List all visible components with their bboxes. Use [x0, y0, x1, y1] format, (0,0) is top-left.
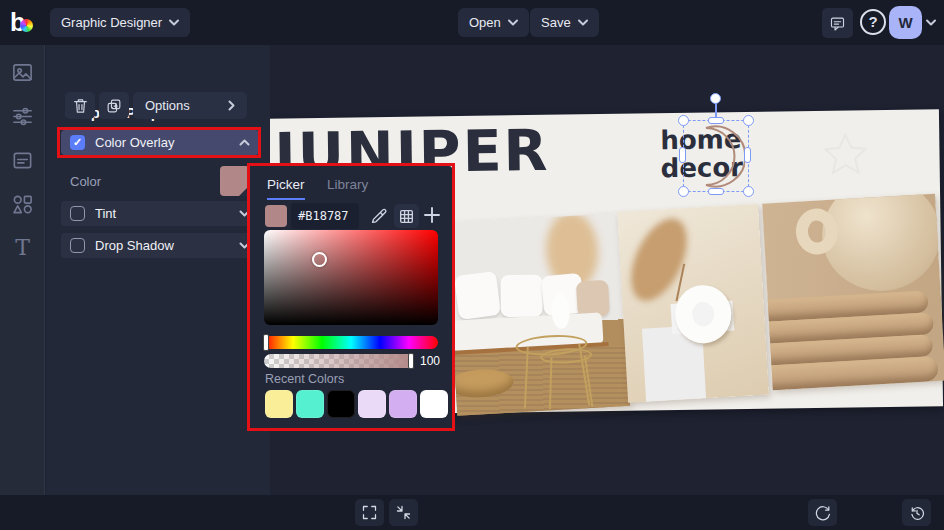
app-menu-label: Graphic Designer [61, 15, 162, 30]
chat-icon [829, 15, 846, 32]
refresh-icon [815, 505, 831, 521]
trash-icon [73, 98, 88, 114]
canvas-photo-sofa[interactable] [446, 213, 630, 416]
chevron-down-icon [578, 19, 588, 26]
selection-handle-n[interactable] [708, 117, 724, 124]
opacity-gradient [264, 354, 414, 368]
canvas-photo-ceramics[interactable] [762, 194, 944, 391]
image-icon [11, 61, 34, 84]
rotation-handle[interactable] [710, 93, 721, 104]
help-button[interactable]: ? [860, 9, 886, 35]
app-logo-icon[interactable]: b [10, 7, 40, 37]
recent-color-swatch[interactable] [296, 390, 324, 418]
avatar-initial: W [898, 14, 912, 31]
text-icon: T [15, 235, 30, 260]
color-overlay-label: Color Overlay [95, 135, 229, 150]
shapes-icon [11, 193, 34, 216]
drop-shadow-row[interactable]: Drop Shadow [61, 233, 259, 258]
color-row-label: Color [70, 174, 210, 189]
recent-color-swatch[interactable] [327, 390, 355, 418]
star-shape[interactable] [821, 130, 870, 179]
pillow [454, 271, 501, 320]
selection-handle-w[interactable] [679, 147, 686, 163]
library-grid-button[interactable] [394, 204, 419, 228]
open-button-label: Open [469, 15, 501, 30]
layout-icon [11, 149, 34, 172]
color-picker-popup: Picker Library #B18787 100 Recent Colors [250, 166, 452, 428]
chevron-down-icon [239, 210, 250, 217]
selection-handle-nw[interactable] [678, 115, 689, 126]
recent-color-swatch[interactable] [420, 390, 448, 418]
selection-handle-sw[interactable] [678, 186, 689, 197]
history-icon [909, 505, 925, 521]
fullscreen-icon [362, 505, 377, 520]
selection-handle-ne[interactable] [743, 115, 754, 126]
chevron-up-icon [239, 139, 250, 146]
recent-colors-label: Recent Colors [265, 372, 344, 386]
drop-shadow-checkbox[interactable] [70, 238, 85, 253]
duplicate-button[interactable] [99, 92, 129, 119]
delete-button[interactable] [65, 92, 95, 119]
top-bar: b Graphic Designer Open Save ? W [0, 0, 944, 45]
fit-screen-icon [396, 505, 411, 520]
account-chevron-down-icon[interactable] [926, 19, 936, 26]
bottom-bar: 73% [0, 495, 944, 530]
save-button[interactable]: Save [530, 8, 599, 37]
add-color-plus-icon[interactable] [423, 206, 441, 224]
history-button[interactable] [902, 499, 931, 526]
drop-shadow-label: Drop Shadow [95, 238, 229, 253]
color-field-cursor[interactable] [312, 252, 327, 267]
tint-label: Tint [95, 206, 229, 221]
color-swatch-button[interactable] [220, 166, 250, 196]
tab-library[interactable]: Library [327, 177, 368, 192]
eyedropper-icon[interactable] [370, 206, 389, 225]
avatar[interactable]: W [889, 6, 922, 39]
selection-bounding-box[interactable] [683, 120, 749, 192]
color-row: Color [61, 162, 259, 200]
reset-button[interactable] [808, 499, 837, 526]
chevron-right-icon [228, 100, 235, 111]
open-button[interactable]: Open [458, 8, 529, 37]
canvas-photo-vase[interactable] [617, 204, 769, 403]
tab-picker[interactable]: Picker [267, 177, 305, 200]
selection-handle-se[interactable] [743, 186, 754, 197]
hue-slider-handle[interactable] [263, 334, 269, 351]
chevron-down-icon [169, 19, 179, 26]
opacity-slider-handle[interactable] [408, 353, 414, 369]
chevron-down-icon [508, 19, 518, 26]
recent-color-swatch[interactable] [358, 390, 386, 418]
recent-color-swatch[interactable] [389, 390, 417, 418]
save-button-label: Save [541, 15, 571, 30]
tint-checkbox[interactable] [70, 206, 85, 221]
fit-screen-button[interactable] [389, 499, 418, 526]
ceramic-cup [819, 194, 943, 294]
sidebar-item-edit[interactable] [11, 105, 34, 128]
color-overlay-row[interactable]: ✓ Color Overlay [61, 130, 259, 155]
app-menu-button[interactable]: Graphic Designer [50, 8, 190, 37]
current-color-swatch [265, 205, 287, 227]
swatch-corner-fold [239, 185, 250, 196]
options-label: Options [145, 98, 190, 113]
left-toolbar: T [0, 45, 45, 530]
tint-row[interactable]: Tint [61, 201, 259, 226]
opacity-value: 100 [420, 354, 440, 368]
selection-handle-s[interactable] [708, 188, 724, 195]
options-button[interactable]: Options [133, 92, 247, 119]
help-icon: ? [868, 13, 877, 30]
grid-icon [399, 209, 414, 224]
hex-input[interactable]: #B18787 [291, 203, 359, 229]
opacity-slider[interactable] [264, 354, 414, 368]
sidebar-item-templates[interactable] [11, 149, 34, 172]
chevron-down-icon [239, 242, 250, 249]
sidebar-item-graphics[interactable] [11, 193, 34, 216]
pillow [501, 275, 543, 317]
selection-handle-e[interactable] [744, 147, 751, 163]
sidebar-item-text[interactable]: T [11, 235, 34, 258]
fullscreen-button[interactable] [355, 499, 384, 526]
feedback-button[interactable] [822, 8, 853, 38]
hue-slider[interactable] [264, 336, 438, 349]
sidebar-item-image-manager[interactable] [11, 61, 34, 84]
color-overlay-checkbox[interactable]: ✓ [70, 135, 85, 150]
saturation-brightness-field[interactable] [264, 230, 438, 325]
recent-color-swatch[interactable] [265, 390, 293, 418]
